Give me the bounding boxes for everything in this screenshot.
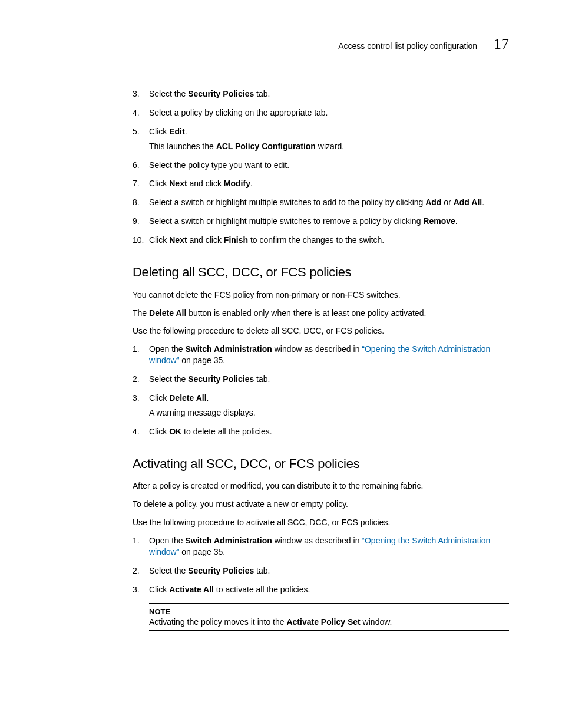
bold-text: Security Policies — [188, 566, 254, 575]
bold-text: Security Policies — [188, 89, 254, 98]
bold-text: Activate Policy Set — [286, 617, 360, 627]
heading-deleting-policies: Deleting all SCC, DCC, or FCS policies — [133, 263, 509, 281]
step-number: 2. — [133, 565, 149, 577]
page-header: Access control list policy configuration… — [53, 35, 509, 53]
paragraph: After a policy is created or modified, y… — [133, 480, 509, 492]
bold-text: Delete All — [149, 308, 186, 318]
step-number: 1. — [133, 535, 149, 558]
bold-text: Switch Administration — [186, 344, 272, 354]
step-body: Select the Security Policies tab. — [149, 88, 509, 100]
step-item: 2.Select the Security Policies tab. — [133, 374, 509, 385]
step-body: Click Edit.This launches the ACL Policy … — [149, 126, 509, 152]
step-number: 4. — [133, 426, 149, 437]
step-item: 10.Click Next and click Finish to confir… — [133, 235, 509, 246]
step-number: 8. — [133, 197, 149, 208]
delete-steps: 1.Open the Switch Administration window … — [133, 344, 509, 437]
paragraph: The Delete All button is enabled only wh… — [133, 308, 509, 319]
delete-intro-paragraphs: You cannot delete the FCS policy from no… — [133, 289, 509, 337]
step-item: 2.Select the Security Policies tab. — [133, 565, 509, 577]
step-item: 7.Click Next and click Modify. — [133, 178, 509, 189]
step-number: 10. — [133, 235, 149, 246]
header-title: Access control list policy configuration — [338, 41, 477, 51]
paragraph: Use the following procedure to activate … — [133, 517, 509, 528]
step-sub: This launches the ACL Policy Configurati… — [149, 141, 509, 152]
bold-text: Finish — [224, 235, 248, 245]
step-number: 2. — [133, 374, 149, 385]
header-page-number: 17 — [494, 35, 509, 53]
note-block: NOTE Activating the policy moves it into… — [149, 603, 509, 631]
bold-text: ACL Policy Configuration — [216, 141, 316, 151]
step-body: Select a policy by clicking on the appro… — [149, 107, 509, 118]
note-body: Activating the policy moves it into the … — [149, 617, 509, 628]
paragraph: To delete a policy, you must activate a … — [133, 499, 509, 510]
step-number: 5. — [133, 126, 149, 152]
bold-text: Edit — [169, 127, 184, 136]
bold-text: Modify — [224, 179, 250, 188]
heading-activating-policies: Activating all SCC, DCC, or FCS policies — [133, 455, 509, 473]
step-body: Click Delete All.A warning message displ… — [149, 393, 509, 419]
step-body: Open the Switch Administration window as… — [149, 344, 509, 366]
step-body: Select a switch or highlight multiple sw… — [149, 197, 509, 208]
step-number: 1. — [133, 344, 149, 366]
bold-text: Activate All — [169, 585, 214, 594]
step-number: 3. — [133, 393, 149, 419]
paragraph: You cannot delete the FCS policy from no… — [133, 289, 509, 301]
step-body: Select the policy type you want to edit. — [149, 160, 509, 171]
step-item: 1.Open the Switch Administration window … — [133, 535, 509, 558]
content-body: 3.Select the Security Policies tab.4.Sel… — [133, 88, 509, 631]
step-number: 7. — [133, 178, 149, 189]
bold-text: Next — [169, 179, 187, 188]
step-item: 9.Select a switch or highlight multiple … — [133, 216, 509, 227]
activate-steps: 1.Open the Switch Administration window … — [133, 535, 509, 595]
step-body: Click Activate All to activate all the p… — [149, 584, 509, 595]
step-body: Click OK to delete all the policies. — [149, 426, 509, 437]
bold-text: Security Policies — [188, 374, 254, 384]
bold-text: Add All — [454, 197, 482, 207]
step-body: Open the Switch Administration window as… — [149, 535, 509, 558]
bold-text: Next — [169, 235, 187, 245]
bold-text: Add — [425, 197, 441, 207]
step-number: 3. — [133, 584, 149, 595]
step-body: Click Next and click Finish to confirm t… — [149, 235, 509, 246]
step-item: 5.Click Edit.This launches the ACL Polic… — [133, 126, 509, 152]
step-item: 1.Open the Switch Administration window … — [133, 344, 509, 366]
step-body: Select the Security Policies tab. — [149, 565, 509, 577]
step-item: 3.Click Activate All to activate all the… — [133, 584, 509, 595]
step-number: 3. — [133, 88, 149, 100]
step-number: 4. — [133, 107, 149, 118]
step-item: 8.Select a switch or highlight multiple … — [133, 197, 509, 208]
note-rule-top — [149, 603, 509, 604]
step-item: 6.Select the policy type you want to edi… — [133, 160, 509, 171]
activate-intro-paragraphs: After a policy is created or modified, y… — [133, 480, 509, 528]
continuation-steps: 3.Select the Security Policies tab.4.Sel… — [133, 88, 509, 246]
step-sub: A warning message displays. — [149, 407, 509, 419]
step-item: 3.Click Delete All.A warning message dis… — [133, 393, 509, 419]
bold-text: Switch Administration — [186, 536, 272, 545]
step-body: Select the Security Policies tab. — [149, 374, 509, 385]
note-rule-bottom — [149, 630, 509, 631]
step-body: Select a switch or highlight multiple sw… — [149, 216, 509, 227]
step-number: 6. — [133, 160, 149, 171]
page: Access control list policy configuration… — [0, 0, 562, 728]
bold-text: OK — [169, 427, 181, 436]
note-label: NOTE — [149, 607, 509, 617]
step-item: 3.Select the Security Policies tab. — [133, 88, 509, 100]
bold-text: Remove — [423, 216, 455, 226]
step-item: 4.Select a policy by clicking on the app… — [133, 107, 509, 118]
paragraph: Use the following procedure to delete al… — [133, 325, 509, 337]
step-item: 4.Click OK to delete all the policies. — [133, 426, 509, 437]
bold-text: Delete All — [169, 393, 206, 403]
step-number: 9. — [133, 216, 149, 227]
step-body: Click Next and click Modify. — [149, 178, 509, 189]
